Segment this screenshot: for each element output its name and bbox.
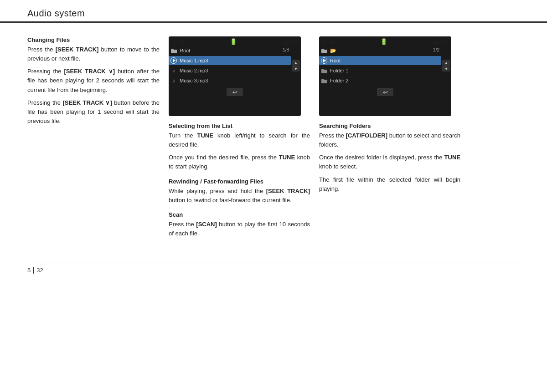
play-icon-root (321, 57, 327, 64)
footer-page-number: 32 (36, 267, 43, 274)
screen2-root-folder-row: 📂 1/2 (319, 46, 441, 55)
svg-rect-2 (321, 70, 327, 73)
searching-folders-section: Searching Folders Press the [CAT/FOLDER]… (319, 122, 460, 193)
scroll-up-arrow2: ▲ (442, 60, 450, 66)
cat-folder-label: [CAT/FOLDER] (346, 132, 387, 139)
svg-rect-0 (171, 50, 177, 53)
changing-files-para1: Press the [SEEK TRACK] button to move to… (27, 45, 160, 63)
screen1-file2-row: ♪ Music 2.mp3 (169, 66, 291, 75)
searching-folders-body1: Press the [CAT/FOLDER] button to select … (319, 131, 460, 149)
seek-track-v1-label: [SEEK TRACK ∨] (64, 68, 115, 75)
music-note-icon2: ♪ (172, 77, 175, 84)
folder-icon-root (170, 47, 177, 54)
seek-track-v2-label: [SEEK TRACK ∨] (62, 99, 112, 106)
music-icon-file3: ♪ (170, 77, 177, 84)
screen1-header: USB 🔋 12:00 (169, 36, 301, 46)
selecting-body2: Once you find the desired file, press th… (169, 153, 310, 171)
screen2-folder2-label: Folder 2 (330, 78, 439, 83)
screen1-root-label: Root (180, 48, 289, 53)
screen2-time: 12:00 (433, 38, 448, 45)
screen1-file1-row: Music 1.mp3 (169, 56, 291, 65)
screen1-file3-label: Music 3.mp3 (180, 78, 289, 83)
screen2-root-count: 1/2 (433, 47, 439, 52)
scan-section: Scan Press the [SCAN] button to play the… (169, 211, 310, 238)
back-button: ↩ (227, 88, 243, 96)
play-icon-file1 (170, 57, 177, 64)
tune-label2: TUNE (279, 154, 295, 161)
scan-label: [SCAN] (196, 221, 217, 228)
usb-screen-1: USB 🔋 12:00 Root 1/8 (169, 36, 301, 116)
folder-icon2 (321, 77, 327, 84)
screen2-folder2-row: Folder 2 (319, 76, 441, 85)
searching-folders-body3: The first file within the selected folde… (319, 175, 460, 193)
screen2-usb-label: USB (323, 38, 335, 45)
screen1-file3-row: ♪ Music 3.mp3 (169, 76, 291, 85)
rewind-section: Rewinding / Fast-forwarding Files While … (169, 178, 310, 205)
screen1-root-row: Root 1/8 (169, 46, 291, 55)
screen2-body: 📂 1/2 Root Folder (319, 46, 451, 85)
changing-files-para3: Pressing the [SEEK TRACK ∨] button befor… (27, 98, 160, 126)
tune-label1: TUNE (197, 132, 213, 139)
play-triangle2 (323, 59, 326, 62)
screen2-root-nav-label: 📂 (330, 48, 439, 54)
svg-rect-1 (321, 50, 327, 53)
usb-screen-2: USB 🔋 12:00 📂 1/2 (319, 36, 451, 116)
footer-section-number: 5 (27, 267, 34, 274)
screen2-folder1-row: Folder 1 (319, 66, 441, 75)
screen1-file1-label: Music 1.mp3 (180, 58, 289, 63)
searching-folders-body2: Once the desired folder is displayed, pr… (319, 153, 460, 171)
changing-files-section: Changing Files Press the [SEEK TRACK] bu… (27, 36, 160, 126)
screen2-folder1-label: Folder 1 (330, 68, 439, 73)
screen1-back-btn-row: ↩ (169, 86, 301, 97)
svg-rect-3 (321, 80, 327, 83)
footer-numbers: 5 32 (27, 267, 43, 274)
scan-body: Press the [SCAN] button to play the firs… (169, 220, 310, 238)
seek-track-label: [SEEK TRACK] (56, 46, 99, 53)
screen1-usb-label: USB (172, 38, 185, 45)
selecting-title: Selecting from the List (169, 122, 310, 129)
left-column: Changing Files Press the [SEEK TRACK] bu… (27, 36, 160, 244)
screen2-back-btn-row: ↩ (319, 86, 451, 97)
page-title: Audio system (27, 8, 520, 19)
music-note-icon: ♪ (172, 67, 175, 74)
play-circle (170, 57, 177, 64)
searching-folders-title: Searching Folders (319, 122, 460, 129)
page-header: Audio system (0, 0, 547, 23)
screen2-battery-icon: 🔋 (380, 38, 387, 45)
scroll-down-arrow: ▼ (292, 66, 300, 71)
folder-icon-root2 (321, 47, 327, 54)
content-area: Changing Files Press the [SEEK TRACK] bu… (0, 23, 547, 254)
mid-column: USB 🔋 12:00 Root 1/8 (169, 36, 310, 244)
selecting-body1: Turn the TUNE knob left/right to search … (169, 131, 310, 149)
scroll-up-arrow: ▲ (292, 60, 300, 66)
play-circle2 (321, 57, 327, 64)
screen1-root-count: 1/8 (283, 47, 289, 52)
right-column: USB 🔋 12:00 📂 1/2 (319, 36, 460, 244)
screen1-time: 12:00 (282, 38, 297, 45)
tune-label3: TUNE (444, 154, 460, 161)
screen2-root-label: Root (330, 58, 439, 63)
screen1-battery-icon: 🔋 (230, 38, 237, 45)
page-footer: 5 32 (27, 263, 520, 274)
rewind-body: While playing, press and hold the [SEEK … (169, 187, 310, 205)
screen1-body: Root 1/8 Music 1.mp3 ♪ (169, 46, 301, 85)
rewind-title: Rewinding / Fast-forwarding Files (169, 178, 310, 185)
selecting-section: Selecting from the List Turn the TUNE kn… (169, 122, 310, 172)
screen2-header: USB 🔋 12:00 (319, 36, 451, 46)
screen1-file2-label: Music 2.mp3 (180, 68, 289, 73)
changing-files-para2: Pressing the [SEEK TRACK ∨] button after… (27, 67, 160, 94)
folder-icon1 (321, 67, 327, 74)
changing-files-title: Changing Files (27, 36, 160, 43)
play-triangle (173, 59, 175, 62)
seek-track-label2: [SEEK TRACK] (266, 188, 310, 194)
music-icon-file2: ♪ (170, 67, 177, 74)
screen2-root-row: Root (319, 56, 441, 65)
scan-title: Scan (169, 211, 310, 218)
screen1-scroll-arrows: ▲ ▼ (291, 59, 301, 72)
scroll-down-arrow2: ▼ (442, 66, 450, 71)
screen2-scroll-arrows: ▲ ▼ (441, 59, 451, 72)
back-button2: ↩ (377, 88, 393, 96)
